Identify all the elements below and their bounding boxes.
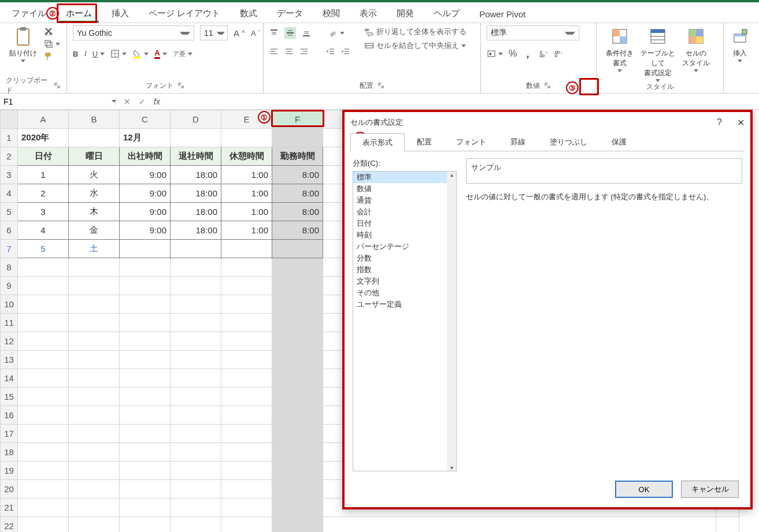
cell-B8[interactable] bbox=[69, 258, 120, 277]
cell-F2[interactable]: 勤務時間 bbox=[272, 147, 323, 166]
row-header-9[interactable]: 9 bbox=[1, 277, 18, 295]
row-header-6[interactable]: 6 bbox=[1, 221, 18, 240]
align-middle-icon[interactable] bbox=[284, 27, 296, 39]
cell-D3[interactable]: 18:00 bbox=[171, 166, 221, 184]
cell-F18[interactable] bbox=[272, 443, 323, 462]
cell-F14[interactable] bbox=[272, 369, 323, 388]
column-header-F[interactable]: F bbox=[272, 110, 323, 129]
row-header-19[interactable]: 19 bbox=[1, 462, 18, 480]
cell-C5[interactable]: 9:00 bbox=[120, 203, 171, 221]
cell-E15[interactable] bbox=[221, 388, 272, 406]
format-painter-icon[interactable] bbox=[44, 52, 60, 61]
cell-D14[interactable] bbox=[171, 369, 221, 388]
paste-button[interactable]: 貼り付け bbox=[6, 25, 40, 62]
cell-C22[interactable] bbox=[120, 517, 171, 533]
cell-E1[interactable] bbox=[221, 129, 272, 147]
cell-F12[interactable] bbox=[272, 332, 323, 351]
column-header-C[interactable]: C bbox=[120, 110, 171, 129]
increase-decimal-icon[interactable]: .0.00 bbox=[539, 49, 548, 58]
clipboard-dialog-launcher[interactable] bbox=[53, 81, 61, 90]
cell-C6[interactable]: 9:00 bbox=[120, 221, 171, 240]
cell-E3[interactable]: 1:00 bbox=[221, 166, 272, 184]
cell-C13[interactable] bbox=[120, 351, 171, 369]
cell-C20[interactable] bbox=[120, 480, 171, 498]
cell-C21[interactable] bbox=[120, 498, 171, 517]
cell-E8[interactable] bbox=[221, 258, 272, 277]
cell-F7[interactable] bbox=[272, 240, 323, 258]
align-center-icon[interactable] bbox=[284, 47, 294, 56]
cell-E21[interactable] bbox=[221, 498, 272, 517]
cell-A13[interactable] bbox=[18, 351, 69, 369]
category-listbox[interactable]: ▴▾ 標準数値通貨会計日付時刻パーセンテージ分数指数文字列その他ユーザー定義 bbox=[353, 171, 457, 471]
category-item[interactable]: 数値 bbox=[353, 183, 456, 195]
cell-E7[interactable] bbox=[221, 240, 272, 258]
bold-button[interactable]: B bbox=[73, 50, 78, 58]
cell-A6[interactable]: 4 bbox=[18, 221, 69, 240]
cell-D17[interactable] bbox=[171, 425, 221, 443]
column-header-A[interactable]: A bbox=[18, 110, 69, 129]
cell-F15[interactable] bbox=[272, 388, 323, 406]
cell-E14[interactable] bbox=[221, 369, 272, 388]
cancel-formula-icon[interactable]: ✕ bbox=[124, 97, 131, 106]
cell-A12[interactable] bbox=[18, 332, 69, 351]
align-top-icon[interactable] bbox=[269, 28, 279, 38]
column-header-E[interactable]: E bbox=[221, 110, 272, 129]
category-item[interactable]: 指数 bbox=[353, 264, 456, 276]
row-header-5[interactable]: 5 bbox=[1, 203, 18, 221]
cell-D19[interactable] bbox=[171, 462, 221, 480]
cell-E17[interactable] bbox=[221, 425, 272, 443]
cell-F11[interactable] bbox=[272, 314, 323, 332]
increase-font-icon[interactable]: A^ bbox=[234, 28, 245, 38]
row-header-18[interactable]: 18 bbox=[1, 443, 18, 462]
tab-page-layout[interactable]: ページ レイアウト bbox=[142, 5, 227, 23]
cell-C2[interactable]: 出社時間 bbox=[120, 147, 171, 166]
cell-E18[interactable] bbox=[221, 443, 272, 462]
cell-D7[interactable] bbox=[171, 240, 221, 258]
cell-D11[interactable] bbox=[171, 314, 221, 332]
cell-A8[interactable] bbox=[18, 258, 69, 277]
cell-C1[interactable]: 12月 bbox=[120, 129, 171, 147]
cell-C19[interactable] bbox=[120, 462, 171, 480]
cell-D15[interactable] bbox=[171, 388, 221, 406]
category-item[interactable]: 文字列 bbox=[353, 276, 456, 287]
border-button[interactable] bbox=[110, 49, 127, 58]
dialog-tab-5[interactable]: 保護 bbox=[599, 133, 639, 151]
cell-D13[interactable] bbox=[171, 351, 221, 369]
cell-D5[interactable]: 18:00 bbox=[171, 203, 221, 221]
category-item[interactable]: 日付 bbox=[353, 218, 456, 229]
category-item[interactable]: 会計 bbox=[353, 206, 456, 218]
cell-E4[interactable]: 1:00 bbox=[221, 184, 272, 203]
cell-B2[interactable]: 曜日 bbox=[69, 147, 120, 166]
cell-A5[interactable]: 3 bbox=[18, 203, 69, 221]
row-header-14[interactable]: 14 bbox=[1, 369, 18, 388]
number-format-select[interactable]: 標準 bbox=[487, 25, 579, 40]
dialog-tab-3[interactable]: 罫線 bbox=[498, 133, 538, 151]
cell-A15[interactable] bbox=[18, 388, 69, 406]
cell-A7[interactable]: 5 bbox=[18, 240, 69, 258]
category-item[interactable]: パーセンテージ bbox=[353, 241, 456, 252]
cell-E2[interactable]: 休憩時間 bbox=[221, 147, 272, 166]
cell-B11[interactable] bbox=[69, 314, 120, 332]
cell-D10[interactable] bbox=[171, 295, 221, 314]
cell-B1[interactable] bbox=[69, 129, 120, 147]
row-header-8[interactable]: 8 bbox=[1, 258, 18, 277]
cell-D8[interactable] bbox=[171, 258, 221, 277]
cell-A20[interactable] bbox=[18, 480, 69, 498]
cell-F5[interactable]: 8:00 bbox=[272, 203, 323, 221]
percent-icon[interactable]: % bbox=[509, 49, 517, 59]
increase-indent-icon[interactable] bbox=[341, 47, 350, 56]
format-as-table-button[interactable]: テーブルとして 書式設定 bbox=[640, 25, 675, 82]
tab-powerpivot[interactable]: Power Pivot bbox=[472, 6, 532, 23]
cell-B7[interactable]: 土 bbox=[69, 240, 120, 258]
conditional-format-button[interactable]: 条件付き 書式 bbox=[602, 25, 637, 72]
cancel-button[interactable]: キャンセル bbox=[681, 481, 739, 498]
tab-help[interactable]: ヘルプ bbox=[427, 5, 466, 23]
row-header-22[interactable]: 22 bbox=[1, 517, 18, 533]
column-header-D[interactable]: D bbox=[171, 110, 221, 129]
font-size-select[interactable]: 11 bbox=[200, 25, 228, 40]
cell-B17[interactable] bbox=[69, 425, 120, 443]
cell-O22[interactable] bbox=[716, 517, 739, 533]
cell-B14[interactable] bbox=[69, 369, 120, 388]
copy-icon[interactable] bbox=[44, 39, 60, 49]
cell-A2[interactable]: 日付 bbox=[18, 147, 69, 166]
